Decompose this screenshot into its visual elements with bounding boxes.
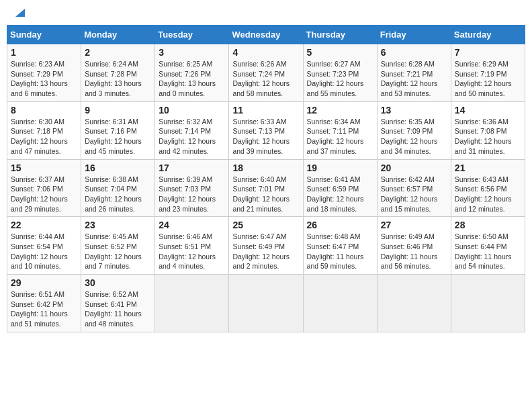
calendar-day-cell: 21Sunrise: 6:43 AMSunset: 6:56 PMDayligh… — [451, 159, 525, 217]
day-number: 22 — [11, 220, 77, 230]
day-number: 9 — [85, 105, 151, 116]
day-number: 12 — [307, 105, 373, 116]
calendar-day-cell: 26Sunrise: 6:48 AMSunset: 6:47 PMDayligh… — [303, 217, 377, 275]
page-header — [7, 7, 525, 19]
day-detail: Sunrise: 6:47 AMSunset: 6:49 PMDaylight:… — [232, 232, 299, 271]
day-number: 30 — [85, 277, 151, 288]
calendar-day-cell — [229, 275, 303, 332]
logo — [10, 10, 28, 19]
day-of-week-header: Wednesday — [229, 26, 303, 44]
calendar-day-cell: 13Sunrise: 6:35 AMSunset: 7:09 PMDayligh… — [377, 101, 451, 159]
day-number: 16 — [85, 163, 151, 173]
day-detail: Sunrise: 6:49 AMSunset: 6:46 PMDaylight:… — [381, 232, 447, 271]
calendar-day-cell: 27Sunrise: 6:49 AMSunset: 6:46 PMDayligh… — [377, 217, 451, 275]
day-number: 8 — [11, 105, 77, 116]
calendar-day-cell: 15Sunrise: 6:37 AMSunset: 7:06 PMDayligh… — [7, 159, 81, 217]
day-number: 24 — [159, 220, 225, 230]
calendar-day-cell: 7Sunrise: 6:29 AMSunset: 7:19 PMDaylight… — [451, 44, 525, 102]
calendar-day-cell: 10Sunrise: 6:32 AMSunset: 7:14 PMDayligh… — [155, 101, 229, 159]
calendar-day-cell: 29Sunrise: 6:51 AMSunset: 6:42 PMDayligh… — [7, 275, 81, 332]
day-number: 2 — [85, 47, 151, 58]
day-detail: Sunrise: 6:35 AMSunset: 7:09 PMDaylight:… — [381, 117, 447, 156]
calendar-day-cell — [303, 275, 377, 332]
calendar-day-cell: 18Sunrise: 6:40 AMSunset: 7:01 PMDayligh… — [229, 159, 303, 217]
day-detail: Sunrise: 6:31 AMSunset: 7:16 PMDaylight:… — [85, 117, 151, 156]
calendar-day-cell — [451, 275, 525, 332]
day-number: 17 — [159, 163, 225, 173]
day-number: 26 — [307, 220, 373, 230]
calendar-day-cell — [377, 275, 451, 332]
day-number: 23 — [85, 220, 151, 230]
day-detail: Sunrise: 6:28 AMSunset: 7:21 PMDaylight:… — [381, 59, 447, 99]
calendar-day-cell: 14Sunrise: 6:36 AMSunset: 7:08 PMDayligh… — [451, 101, 525, 159]
day-number: 19 — [307, 163, 373, 173]
calendar-day-cell: 19Sunrise: 6:41 AMSunset: 6:59 PMDayligh… — [303, 159, 377, 217]
day-of-week-header: Thursday — [303, 26, 377, 44]
day-of-week-header: Saturday — [451, 26, 525, 44]
day-number: 3 — [159, 47, 225, 58]
day-detail: Sunrise: 6:39 AMSunset: 7:03 PMDaylight:… — [159, 175, 225, 214]
day-detail: Sunrise: 6:30 AMSunset: 7:18 PMDaylight:… — [11, 117, 77, 156]
day-number: 29 — [11, 277, 77, 288]
calendar-header-row: SundayMondayTuesdayWednesdayThursdayFrid… — [7, 26, 525, 44]
logo-icon — [13, 5, 28, 19]
day-number: 20 — [381, 163, 447, 173]
calendar-day-cell: 25Sunrise: 6:47 AMSunset: 6:49 PMDayligh… — [229, 217, 303, 275]
day-detail: Sunrise: 6:38 AMSunset: 7:04 PMDaylight:… — [85, 175, 151, 214]
day-detail: Sunrise: 6:23 AMSunset: 7:29 PMDaylight:… — [11, 59, 77, 99]
day-detail: Sunrise: 6:36 AMSunset: 7:08 PMDaylight:… — [455, 117, 521, 156]
calendar-day-cell: 4Sunrise: 6:26 AMSunset: 7:24 PMDaylight… — [229, 44, 303, 102]
day-detail: Sunrise: 6:41 AMSunset: 6:59 PMDaylight:… — [307, 175, 373, 214]
day-number: 1 — [11, 47, 77, 58]
calendar-day-cell: 17Sunrise: 6:39 AMSunset: 7:03 PMDayligh… — [155, 159, 229, 217]
day-detail: Sunrise: 6:26 AMSunset: 7:24 PMDaylight:… — [232, 59, 299, 99]
calendar-day-cell: 2Sunrise: 6:24 AMSunset: 7:28 PMDaylight… — [81, 44, 155, 102]
day-number: 4 — [232, 47, 299, 58]
calendar-day-cell: 24Sunrise: 6:46 AMSunset: 6:51 PMDayligh… — [155, 217, 229, 275]
day-of-week-header: Sunday — [7, 26, 81, 44]
day-detail: Sunrise: 6:45 AMSunset: 6:52 PMDaylight:… — [85, 232, 151, 271]
day-detail: Sunrise: 6:51 AMSunset: 6:42 PMDaylight:… — [11, 289, 77, 329]
day-detail: Sunrise: 6:44 AMSunset: 6:54 PMDaylight:… — [11, 232, 77, 271]
calendar-day-cell: 11Sunrise: 6:33 AMSunset: 7:13 PMDayligh… — [229, 101, 303, 159]
day-of-week-header: Tuesday — [155, 26, 229, 44]
day-number: 13 — [381, 105, 447, 116]
day-of-week-header: Monday — [81, 26, 155, 44]
calendar-day-cell: 6Sunrise: 6:28 AMSunset: 7:21 PMDaylight… — [377, 44, 451, 102]
calendar-day-cell: 5Sunrise: 6:27 AMSunset: 7:23 PMDaylight… — [303, 44, 377, 102]
calendar-day-cell: 16Sunrise: 6:38 AMSunset: 7:04 PMDayligh… — [81, 159, 155, 217]
day-number: 7 — [455, 47, 521, 58]
calendar-week-row: 15Sunrise: 6:37 AMSunset: 7:06 PMDayligh… — [7, 159, 525, 217]
day-detail: Sunrise: 6:40 AMSunset: 7:01 PMDaylight:… — [232, 175, 299, 214]
calendar-week-row: 1Sunrise: 6:23 AMSunset: 7:29 PMDaylight… — [7, 44, 525, 102]
day-detail: Sunrise: 6:52 AMSunset: 6:41 PMDaylight:… — [85, 289, 151, 329]
day-detail: Sunrise: 6:32 AMSunset: 7:14 PMDaylight:… — [159, 117, 225, 156]
day-number: 28 — [455, 220, 521, 230]
calendar-day-cell: 23Sunrise: 6:45 AMSunset: 6:52 PMDayligh… — [81, 217, 155, 275]
day-detail: Sunrise: 6:24 AMSunset: 7:28 PMDaylight:… — [85, 59, 151, 99]
day-detail: Sunrise: 6:25 AMSunset: 7:26 PMDaylight:… — [159, 59, 225, 99]
calendar-day-cell: 12Sunrise: 6:34 AMSunset: 7:11 PMDayligh… — [303, 101, 377, 159]
day-number: 15 — [11, 163, 77, 173]
svg-marker-0 — [15, 9, 25, 17]
day-detail: Sunrise: 6:48 AMSunset: 6:47 PMDaylight:… — [307, 232, 373, 271]
calendar-week-row: 22Sunrise: 6:44 AMSunset: 6:54 PMDayligh… — [7, 217, 525, 275]
day-detail: Sunrise: 6:42 AMSunset: 6:57 PMDaylight:… — [381, 175, 447, 214]
day-number: 14 — [455, 105, 521, 116]
calendar-day-cell: 22Sunrise: 6:44 AMSunset: 6:54 PMDayligh… — [7, 217, 81, 275]
day-number: 21 — [455, 163, 521, 173]
calendar-day-cell — [155, 275, 229, 332]
day-detail: Sunrise: 6:34 AMSunset: 7:11 PMDaylight:… — [307, 117, 373, 156]
day-number: 25 — [232, 220, 299, 230]
day-number: 18 — [232, 163, 299, 173]
calendar-week-row: 29Sunrise: 6:51 AMSunset: 6:42 PMDayligh… — [7, 275, 525, 332]
calendar-day-cell: 1Sunrise: 6:23 AMSunset: 7:29 PMDaylight… — [7, 44, 81, 102]
calendar-day-cell: 28Sunrise: 6:50 AMSunset: 6:44 PMDayligh… — [451, 217, 525, 275]
day-detail: Sunrise: 6:50 AMSunset: 6:44 PMDaylight:… — [455, 232, 521, 271]
calendar-table: SundayMondayTuesdayWednesdayThursdayFrid… — [7, 25, 525, 332]
calendar-day-cell: 20Sunrise: 6:42 AMSunset: 6:57 PMDayligh… — [377, 159, 451, 217]
day-number: 10 — [159, 105, 225, 116]
calendar-week-row: 8Sunrise: 6:30 AMSunset: 7:18 PMDaylight… — [7, 101, 525, 159]
calendar-day-cell: 30Sunrise: 6:52 AMSunset: 6:41 PMDayligh… — [81, 275, 155, 332]
calendar-day-cell: 3Sunrise: 6:25 AMSunset: 7:26 PMDaylight… — [155, 44, 229, 102]
